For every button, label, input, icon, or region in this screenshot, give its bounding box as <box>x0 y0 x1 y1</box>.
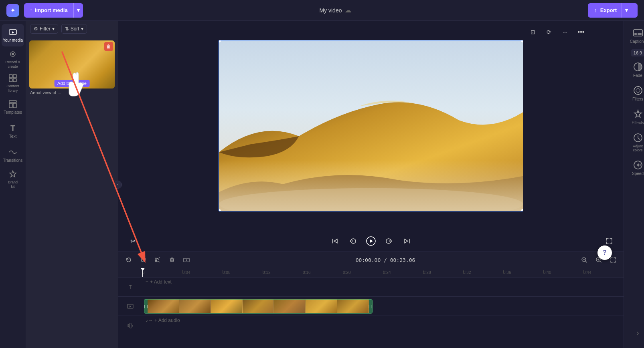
filters-icon <box>633 86 643 95</box>
cut-button[interactable] <box>152 254 163 266</box>
controls-left: ✂ <box>126 235 139 247</box>
text-icon: T <box>8 124 17 133</box>
aspect-ratio-display: 16:9 <box>631 49 644 56</box>
timeline-toolbar: 00:00.00 / 00:23.06 <box>118 251 624 268</box>
sidebar-item-text[interactable]: T Text <box>2 120 24 143</box>
timeline-tools-left <box>123 254 192 266</box>
video-controls-bar: ✂ 5 <box>118 231 624 251</box>
play-pause-button[interactable] <box>364 234 378 248</box>
sidebar-icons: Your media Record &create Contentlibra <box>0 21 26 348</box>
sidebar-item-record-create[interactable]: Record &create <box>2 48 24 70</box>
current-time-value: 00:00.00 <box>356 257 381 263</box>
adjust-colors-label: Adjustcolors <box>633 144 643 152</box>
help-button[interactable]: ? <box>597 245 612 260</box>
undo-button[interactable] <box>123 254 134 266</box>
sort-label: Sort <box>71 26 79 32</box>
video-track-content[interactable]: ❙❙ ❙❙ <box>142 297 624 316</box>
add-timeline-label: Add to timeline <box>57 81 87 86</box>
flip-button[interactable]: ↔ <box>559 26 571 38</box>
sidebar-item-templates[interactable]: Templates <box>2 96 24 119</box>
svg-rect-22 <box>634 30 642 36</box>
delete-button[interactable] <box>166 254 178 266</box>
import-caret-icon[interactable]: ▾ <box>73 3 83 18</box>
audio-track-content: ♪→ + Add audio <box>142 316 624 335</box>
svg-rect-8 <box>9 103 12 108</box>
your-media-label: Your media <box>3 38 23 43</box>
sidebar-item-content-library[interactable]: Contentlibrary <box>2 72 24 95</box>
sidebar-item-brand-kit[interactable]: Brandkit <box>2 168 24 191</box>
clip-handle-right[interactable]: ❙❙ <box>369 300 372 313</box>
delete-media-button[interactable]: 🗑 <box>104 42 113 51</box>
filter-icon: ⚙ <box>34 26 38 32</box>
desert-scene-svg <box>219 40 523 211</box>
captions-button[interactable]: Captions <box>626 26 644 46</box>
redo-button[interactable] <box>138 254 149 266</box>
filter-button[interactable]: ⚙ Filter ▾ <box>30 24 58 34</box>
record-create-label: Record &create <box>5 60 20 69</box>
center-area: ⊡ ⟳ ↔ ••• <box>118 21 624 348</box>
ruler-mark-40: 0:40 <box>543 270 583 275</box>
frame-handle-br[interactable] <box>521 209 523 211</box>
export-caret-icon[interactable]: ▾ <box>622 3 631 18</box>
brand-label: Brandkit <box>8 180 18 189</box>
ruler-marks: 0 0:04 0:08 0:12 0:16 0:20 0:24 0:28 0:3… <box>142 270 624 275</box>
media-thumbnail: 🗑 Add to timeline <box>29 40 115 89</box>
sort-button[interactable]: ⇅ Sort ▾ <box>61 24 87 34</box>
rewind-icon: 5 <box>349 237 356 245</box>
effects-button[interactable]: Effects <box>626 107 644 127</box>
add-to-timeline-tooltip[interactable]: Add to timeline <box>54 80 90 87</box>
speed-button[interactable]: Speed <box>626 158 644 178</box>
sidebar-item-your-media[interactable]: Your media <box>2 24 24 46</box>
redo-icon <box>140 257 146 263</box>
play-icon <box>366 236 376 246</box>
zoom-out-button[interactable] <box>579 254 590 266</box>
frame-handle-tr[interactable] <box>521 40 523 42</box>
skip-to-end-button[interactable] <box>401 235 413 247</box>
import-btn-main: ↑ Import media <box>24 3 73 18</box>
forward-5s-button[interactable]: 5 <box>383 235 396 247</box>
sort-icon: ⇅ <box>65 26 69 32</box>
collapse-panel-button[interactable]: ‹ <box>114 181 122 189</box>
audio-track: ♪→ + Add audio <box>118 316 624 335</box>
crop-button[interactable]: ⊡ <box>527 26 539 38</box>
delete-icon <box>169 257 175 263</box>
trash-icon: 🗑 <box>106 44 111 49</box>
add-clip-button[interactable] <box>181 254 192 266</box>
text-track-content: + + Add text <box>142 278 624 296</box>
svg-rect-9 <box>13 103 16 108</box>
time-separator: / <box>384 257 390 263</box>
adjust-colors-button[interactable]: Adjustcolors <box>626 131 644 155</box>
playhead-line <box>142 268 143 277</box>
rewind-5s-button[interactable]: 5 <box>346 235 359 247</box>
clip-handle-left[interactable]: ❙❙ <box>144 300 148 313</box>
main-layout: Your media Record &create Contentlibra <box>0 21 644 348</box>
export-arrow-icon: ↑ <box>594 7 597 13</box>
rotate-button[interactable]: ⟳ <box>543 26 555 38</box>
ruler-mark-32: 0:32 <box>463 270 503 275</box>
add-audio-button[interactable]: ♪→ + Add audio <box>142 316 183 325</box>
ruler-mark-44: 0:44 <box>583 270 624 275</box>
video-clip-strip[interactable]: ❙❙ ❙❙ <box>144 299 373 314</box>
filters-button[interactable]: Filters <box>626 83 644 104</box>
add-audio-label: + Add audio <box>154 318 180 323</box>
timeline-ruler: 0 0:04 0:08 0:12 0:16 0:20 0:24 0:28 0:3… <box>118 268 624 278</box>
ruler-mark-28: 0:28 <box>423 270 463 275</box>
sidebar-item-transitions[interactable]: Transitions <box>2 144 24 167</box>
add-text-button[interactable]: + + Add text <box>142 278 175 286</box>
chevron-left-icon: ‹ <box>117 182 118 187</box>
skip-end-icon <box>403 237 411 245</box>
more-options-button[interactable]: ••• <box>575 26 587 38</box>
add-clip-icon <box>183 257 190 263</box>
fullscreen-icon <box>606 237 613 245</box>
export-button[interactable]: ↑ Export ▾ <box>588 3 638 18</box>
clip-frame-6 <box>306 300 337 313</box>
topbar-center: My video ☁ <box>319 6 351 14</box>
add-audio-icon: ♪→ <box>146 318 153 323</box>
topbar-left: ✦ ↑ Import media ▾ <box>6 3 83 18</box>
import-media-button[interactable]: ↑ Import media ▾ <box>24 3 83 18</box>
record-create-icon <box>8 50 17 58</box>
fade-button[interactable]: Fade <box>626 60 644 80</box>
expand-panel-button[interactable]: › <box>626 326 644 340</box>
trim-button[interactable]: ✂ <box>126 235 139 247</box>
skip-to-start-button[interactable] <box>328 235 341 247</box>
